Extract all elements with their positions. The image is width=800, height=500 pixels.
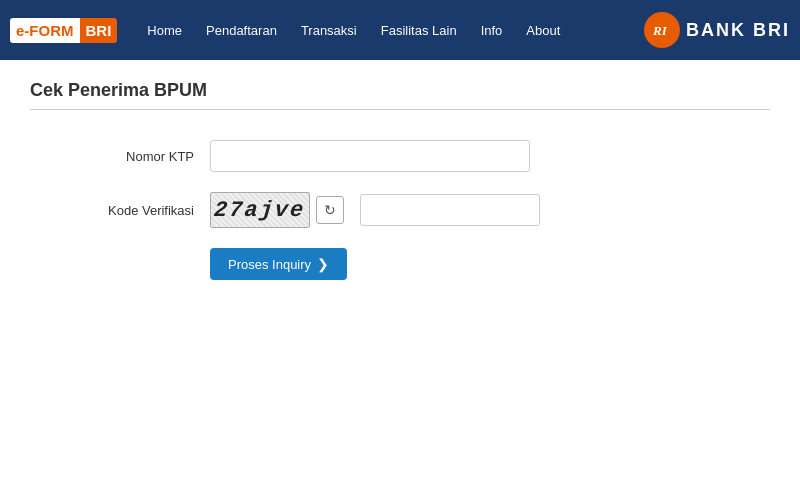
- brand-logo[interactable]: e-FORM BRI: [10, 18, 117, 43]
- navbar: e-FORM BRI Home Pendaftaran Transaksi Fa…: [0, 0, 800, 60]
- kode-verifikasi-label: Kode Verifikasi: [70, 203, 210, 218]
- page-title: Cek Penerima BPUM: [30, 80, 770, 101]
- nomor-ktp-row: Nomor KTP: [70, 140, 730, 172]
- brand-eform-text: e-FORM: [10, 18, 80, 43]
- bank-bri-text: BANK BRI: [686, 20, 790, 41]
- nav-links: Home Pendaftaran Transaksi Fasilitas Lai…: [137, 17, 644, 44]
- nav-pendaftaran[interactable]: Pendaftaran: [196, 17, 287, 44]
- page-divider: [30, 109, 770, 110]
- nav-about[interactable]: About: [516, 17, 570, 44]
- submit-label: Proses Inquiry: [228, 257, 311, 272]
- nav-home[interactable]: Home: [137, 17, 192, 44]
- nav-fasilitas-lain[interactable]: Fasilitas Lain: [371, 17, 467, 44]
- captcha-input[interactable]: [360, 194, 540, 226]
- svg-text:RI: RI: [652, 23, 668, 38]
- submit-row: Proses Inquiry ❯: [70, 248, 730, 280]
- bank-bri-logo: RI BANK BRI: [644, 12, 790, 48]
- submit-arrow-icon: ❯: [317, 256, 329, 272]
- submit-button[interactable]: Proses Inquiry ❯: [210, 248, 347, 280]
- bri-icon: RI: [644, 12, 680, 48]
- navbar-right: RI BANK BRI: [644, 12, 790, 48]
- brand-bri-text: BRI: [80, 18, 118, 43]
- nav-info[interactable]: Info: [471, 17, 513, 44]
- captcha-image: 27ajve: [210, 192, 310, 228]
- nav-transaksi[interactable]: Transaksi: [291, 17, 367, 44]
- nomor-ktp-label: Nomor KTP: [70, 149, 210, 164]
- captcha-refresh-button[interactable]: ↻: [316, 196, 344, 224]
- main-content: Cek Penerima BPUM Nomor KTP Kode Verifik…: [0, 60, 800, 310]
- nomor-ktp-input[interactable]: [210, 140, 530, 172]
- kode-verifikasi-row: Kode Verifikasi 27ajve ↻: [70, 192, 730, 228]
- captcha-row: 27ajve ↻: [210, 192, 540, 228]
- form-container: Nomor KTP Kode Verifikasi 27ajve ↻ Prose…: [30, 130, 770, 290]
- captcha-text: 27ajve: [213, 198, 306, 223]
